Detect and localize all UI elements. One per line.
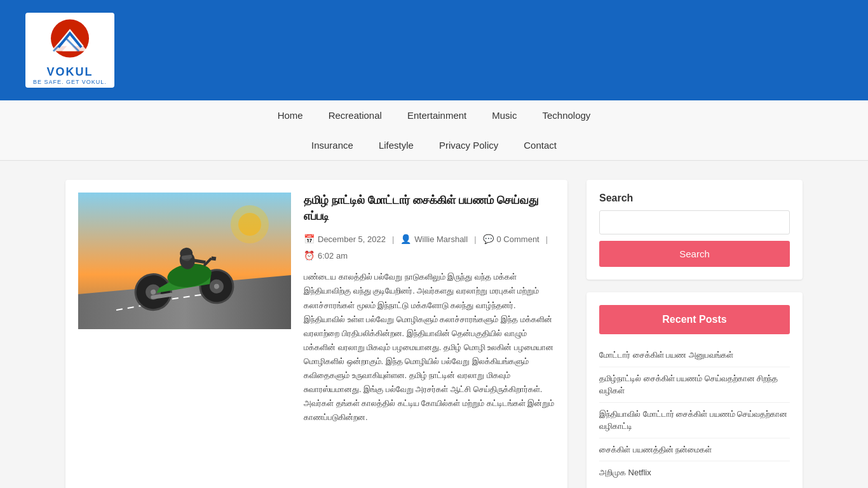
article-content-wrapper: தமிழ் நாட்டில் மோட்டார் சைக்கிள் பயணம் ச…	[65, 180, 567, 437]
logo-tagline: BE SAFE. GET VOKUL.	[33, 79, 107, 85]
recent-post-item[interactable]: சைக்கிள் பயணத்தின் நன்மைகள்	[599, 438, 790, 462]
nav-item-recreational[interactable]: Recreational	[316, 100, 395, 130]
article-meta: 📅 December 5, 2022 | 👤 Willie Marshall |…	[304, 234, 555, 261]
recent-posts-list: மோட்டார் சைக்கிள் பயண அனுபவங்கள்தமிழ்நாட…	[599, 344, 790, 484]
site-header: VOKUL BE SAFE. GET VOKUL.	[0, 0, 868, 100]
nav-item-lifestyle[interactable]: Lifestyle	[366, 130, 426, 160]
main-container: தமிழ் நாட்டில் மோட்டார் சைக்கிள் பயணம் ச…	[53, 180, 815, 488]
recent-post-item[interactable]: மோட்டார் சைக்கிள் பயண அனுபவங்கள்	[599, 344, 790, 367]
recent-posts-widget: Recent Posts மோட்டார் சைக்கிள் பயண அனுபவ…	[587, 292, 803, 488]
article-image	[78, 193, 291, 329]
svg-point-25	[238, 213, 261, 236]
recent-post-item[interactable]: தமிழ்நாட்டில் சைக்கிள் பயணம் செய்வதற்கான…	[599, 367, 790, 403]
article-title: தமிழ் நாட்டில் மோட்டார் சைக்கிள் பயணம் ச…	[304, 193, 555, 224]
meta-author: 👤 Willie Marshall	[400, 234, 468, 244]
nav-item-technology[interactable]: Technology	[529, 100, 603, 130]
search-label: Search	[599, 193, 790, 204]
nav-item-contact[interactable]: Contact	[511, 130, 569, 160]
nav-item-insurance[interactable]: Insurance	[299, 130, 366, 160]
recent-post-item[interactable]: இந்தியாவில் மோட்டார் சைக்கிள் பயணம் செய்…	[599, 403, 790, 438]
user-icon: 👤	[400, 234, 411, 244]
sidebar: Search Search Recent Posts மோட்டார் சைக்…	[587, 180, 803, 488]
recent-posts-button[interactable]: Recent Posts	[599, 305, 790, 334]
calendar-icon: 📅	[304, 234, 315, 244]
svg-line-18	[212, 257, 216, 259]
clock-icon: ⏰	[304, 250, 315, 261]
article-text-block: தமிழ் நாட்டில் மோட்டார் சைக்கிள் பயணம் ச…	[291, 193, 555, 424]
nav-row-2: InsuranceLifestylePrivacy PolicyContact	[0, 130, 868, 160]
meta-comments: 💬 0 Comment	[483, 234, 539, 244]
nav-row-1: HomeRecreationalEntertainmentMusicTechno…	[0, 100, 868, 130]
main-nav: HomeRecreationalEntertainmentMusicTechno…	[0, 100, 868, 161]
nav-item-privacy-policy[interactable]: Privacy Policy	[426, 130, 511, 160]
article-container: தமிழ் நாட்டில் மோட்டார் சைக்கிள் பயணம் ச…	[65, 180, 567, 488]
nav-item-entertainment[interactable]: Entertainment	[395, 100, 479, 130]
meta-time: ⏰ 6:02 am	[304, 250, 348, 261]
comment-icon: 💬	[483, 234, 494, 244]
logo-icon	[44, 18, 95, 69]
logo-text: VOKUL	[46, 65, 93, 79]
article-excerpt: பண்டைய காலத்தில் பல்வேறு நாடுகளிலும் இரு…	[304, 270, 555, 424]
search-widget: Search Search	[587, 180, 803, 280]
search-input[interactable]	[599, 210, 790, 234]
nav-item-home[interactable]: Home	[265, 100, 316, 130]
meta-date: 📅 December 5, 2022	[304, 234, 386, 244]
search-button[interactable]: Search	[599, 241, 790, 267]
recent-post-item[interactable]: அறிமுக Netflix	[599, 461, 790, 484]
nav-item-music[interactable]: Music	[479, 100, 529, 130]
logo-container: VOKUL BE SAFE. GET VOKUL.	[25, 13, 114, 88]
